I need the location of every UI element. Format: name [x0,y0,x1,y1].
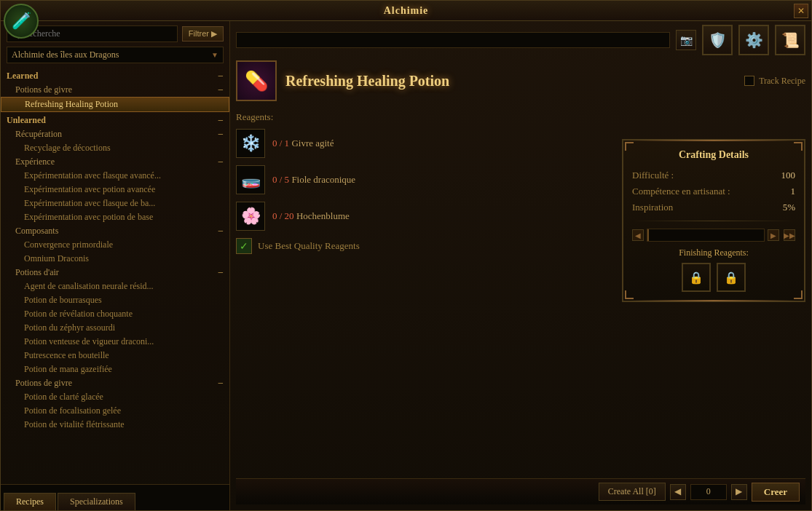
action-bar: Create All [0] ◀ ▶ Creer [236,478,805,504]
filter-button[interactable]: Filtrer ▶ [182,26,224,41]
cd-key-difficulte: Difficulté : [632,170,674,181]
category-unlearned[interactable]: Unlearned − [1,112,229,127]
recipe-item-omnium[interactable]: Omnium Draconis [1,252,229,266]
subcategory-recuperation-collapse-icon: − [218,130,224,140]
subcategory-composants-label: Composants [15,226,58,237]
recipe-item-exp-flasque-avancee[interactable]: Expérimentation avec flasque avancé... [1,169,229,183]
subcategory-potions-givre[interactable]: Potions de givre − [1,83,229,97]
track-recipe-label: Track Recipe [759,76,805,87]
finishing-slots: 🔒 🔒 [632,263,795,292]
category-learned-collapse-icon: − [218,71,224,82]
bottom-tabs: Recipes Specializations [1,484,229,510]
cd-row-inspiration: Inspiration 5% [632,202,795,213]
recipe-item-refreshing-healing[interactable]: Refreshing Healing Potion [1,97,229,112]
subcategory-potions-givre-label: Potions de givre [15,84,72,95]
slider-left-arrow[interactable]: ◀ [632,229,644,241]
tab-specializations[interactable]: Specializations [58,493,135,510]
recipe-item-exp-potion-base[interactable]: Expérimentation avec potion de base [1,210,229,224]
recipe-item-convergence[interactable]: Convergence primordiale [1,238,229,252]
category-learned[interactable]: Learned − [1,68,229,83]
logo-circle: 🧪 [4,4,39,39]
track-recipe-wrap: Track Recipe [744,76,805,87]
category-unlearned-collapse-icon: − [218,116,224,126]
finishing-slot-2[interactable]: 🔒 [717,263,746,292]
cd-value-inspiration: 5% [783,202,795,213]
slider-right-arrow2[interactable]: ▶▶ [784,229,795,241]
subcategory-recuperation-label: Récupération [15,129,62,140]
quantity-prev-button[interactable]: ◀ [670,484,686,500]
dropdown-arrow-icon: ▼ [211,51,218,59]
expansion-dropdown[interactable]: Alchimie des îles aux Dragons ▼ [7,47,224,63]
cd-row-competence: Compétence en artisanat : 1 [632,186,795,197]
tool-icon-2[interactable]: ⚙️ [738,25,769,55]
reagent-count-1: 0 / 1 [272,138,289,148]
subcategory-potions-air-label: Potions d'air [15,267,59,278]
subcategory-experience[interactable]: Expérience − [1,155,229,169]
tool-icon-3[interactable]: 📜 [775,25,805,55]
subcategory-recuperation[interactable]: Récupération − [1,127,229,141]
corner-br [794,290,803,299]
logo-flask-icon: 🧪 [12,12,31,31]
recipe-item-agent[interactable]: Agent de canalisation neurale résid... [1,280,229,293]
subcategory-composants-collapse-icon: − [218,226,224,237]
reagent-count-2: 0 / 5 [272,174,289,185]
recipe-item-focalisation[interactable]: Potion de focalisation gelée [1,404,229,418]
recipe-item-clarte-glacee[interactable]: Potion de clarté glacée [1,390,229,404]
recipe-item-revelation[interactable]: Potion de révélation choquante [1,307,229,321]
reagent-text-3: 0 / 20 Hochenblume [272,210,350,222]
corner-tr [794,142,803,151]
subcategory-potions-givre2[interactable]: Potions de givre − [1,376,229,390]
left-panel: 🔍 Filtrer ▶ Alchimie des îles aux Dragon… [1,21,230,510]
recipe-item-bourrasques[interactable]: Potion de bourrasques [1,293,229,307]
reagents-title: Reagents: [236,111,805,123]
lock-icon-2: 🔒 [724,271,738,285]
reagent-name-1: Givre agité [291,138,334,148]
use-best-quality-label: Use Best Quality Reagents [258,240,360,252]
reagent-name-2: Fiole draconique [291,174,355,185]
finishing-reagents-title: Finishing Reagents: [632,247,795,258]
tab-recipes[interactable]: Recipes [4,493,56,510]
corner-tl [625,142,634,151]
reagent-name-3: Hochenblume [296,210,350,221]
recipe-item-venteuse[interactable]: Potion venteuse de vigueur draconi... [1,335,229,349]
subcategory-potions-givre2-label: Potions de givre [15,378,72,389]
close-button[interactable]: ✕ [794,4,808,18]
slider-right-arrow[interactable]: ▶ [768,229,779,241]
reagent-text-2: 0 / 5 Fiole draconique [272,174,355,186]
use-best-quality-checkbox[interactable]: ✓ [236,238,252,254]
recipe-item-vitalite[interactable]: Potion de vitalité flétrissante [1,418,229,432]
window-title: Alchimie [384,5,429,17]
quantity-input[interactable] [690,484,727,500]
tool-icon-1[interactable]: 🛡️ [702,25,733,55]
recipe-icon: 💊 [236,60,277,101]
subcategory-potions-air[interactable]: Potions d'air − [1,266,229,280]
recipe-icon-image: 💊 [245,70,268,92]
recipe-item-exp-flasque-base[interactable]: Expérimentation avec flasque de ba... [1,197,229,210]
main-window: 🧪 Alchimie ✕ 🔍 Filtrer ▶ Alchimie des îl… [0,0,812,511]
create-all-button[interactable]: Create All [0] [599,483,666,501]
logo-icon: 🧪 [4,4,40,40]
reagent-image-2: 🧫 [241,170,261,189]
cd-row-difficulte: Difficulté : 100 [632,170,795,181]
category-learned-label: Learned [7,71,38,82]
quantity-slider-area: ◀ ▶ ▶▶ [632,229,795,242]
create-button[interactable]: Creer [752,483,800,502]
subcategory-experience-collapse-icon: − [218,157,224,167]
recipe-item-mana[interactable]: Potion de mana gazeifiée [1,363,229,376]
camera-button[interactable]: 📷 [676,30,696,50]
cd-key-competence: Compétence en artisanat : [632,186,730,197]
recipe-item-recyclage[interactable]: Recyclage de décoctions [1,141,229,155]
dropdown-label: Alchimie des îles aux Dragons [12,49,119,60]
recipe-item-putrescence[interactable]: Putrescence en bouteille [1,349,229,363]
finishing-slot-1[interactable]: 🔒 [682,263,711,292]
quantity-slider[interactable] [647,229,765,242]
quantity-next-button[interactable]: ▶ [731,484,747,500]
reagent-icon-3: 🌸 [236,202,265,231]
crafting-details-title: Crafting Details [632,149,795,161]
top-toolbar: 📷 🛡️ ⚙️ 📜 [236,27,805,53]
recipe-item-zephyr[interactable]: Potion du zéphyr assourdi [1,321,229,335]
subcategory-composants[interactable]: Composants − [1,224,229,238]
reagent-text-1: 0 / 1 Givre agité [272,138,334,149]
track-recipe-checkbox[interactable] [744,76,754,86]
recipe-item-exp-potion-avancee[interactable]: Expérimentation avec potion avancée [1,183,229,197]
